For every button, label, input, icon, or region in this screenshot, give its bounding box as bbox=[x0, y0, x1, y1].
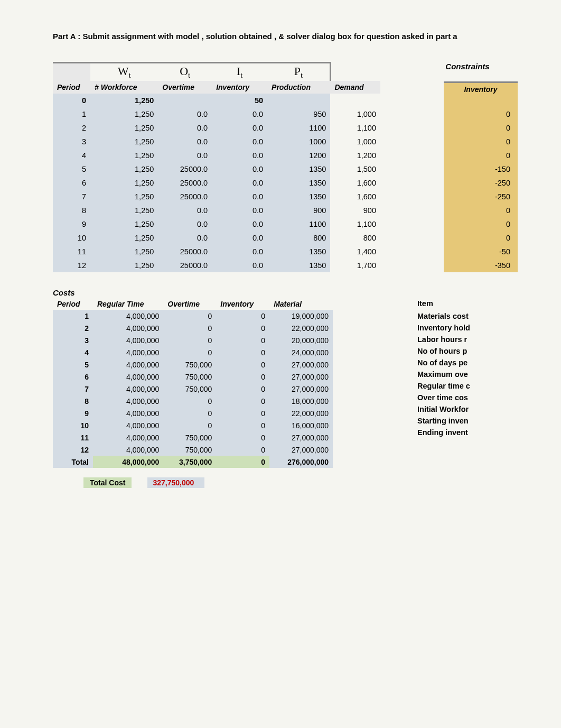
table-row: 114,000,000750,000027,000,000 bbox=[53, 431, 333, 444]
table-row: 41,2500.00.012001,200 bbox=[53, 149, 380, 162]
table-row: 74,000,000750,000027,000,000 bbox=[53, 383, 333, 395]
table-row: 14,000,0000019,000,000 bbox=[53, 310, 333, 322]
list-item: Over time cos bbox=[417, 392, 518, 403]
items-header: Item bbox=[417, 298, 518, 309]
table-row: 21,2500.00.011001,100 bbox=[53, 121, 380, 135]
table-row: 0 bbox=[444, 204, 518, 217]
table-row: 84,000,0000018,000,000 bbox=[53, 395, 333, 407]
table-row: 24,000,0000022,000,000 bbox=[53, 322, 333, 334]
table-row: 91,2500.00.011001,100 bbox=[53, 217, 380, 231]
list-item: No of days pe bbox=[417, 357, 518, 368]
table-row: 0 bbox=[444, 135, 518, 149]
costs-title: Costs bbox=[53, 288, 380, 297]
costs-table: Period Regular Time Overtime Inventory M… bbox=[53, 298, 333, 468]
table-row: -50 bbox=[444, 245, 518, 259]
table-row: 44,000,0000024,000,000 bbox=[53, 346, 333, 358]
col-period: Period bbox=[53, 81, 90, 94]
list-item: Ending invent bbox=[417, 427, 518, 438]
table-row: -250 bbox=[444, 176, 518, 190]
table-row: -250 bbox=[444, 190, 518, 204]
list-item: Initial Workfor bbox=[417, 403, 518, 415]
production-table: Wt Ot It Pt Period # Workforce Overtime … bbox=[53, 62, 380, 272]
table-row: 124,000,000750,000027,000,000 bbox=[53, 444, 333, 456]
list-item: Starting inven bbox=[417, 415, 518, 427]
ccol-period: Period bbox=[53, 298, 93, 310]
list-item: Materials cost bbox=[417, 310, 518, 322]
table-row: 94,000,0000022,000,000 bbox=[53, 407, 333, 419]
col-production: Production bbox=[267, 81, 330, 94]
table-row: 71,25025000.00.013501,600 bbox=[53, 190, 380, 204]
table-row: 31,2500.00.010001,000 bbox=[53, 135, 380, 149]
col-overtime: Overtime bbox=[158, 81, 212, 94]
table-row: 0 1,250 50 bbox=[53, 94, 380, 107]
table-row: 121,25025000.00.013501,700 bbox=[53, 259, 380, 272]
table-row: 111,25025000.00.013501,400 bbox=[53, 245, 380, 259]
list-item: Inventory hold bbox=[417, 322, 518, 334]
table-row: 34,000,0000020,000,000 bbox=[53, 334, 333, 346]
table-row: -150 bbox=[444, 162, 518, 176]
col-workforce: # Workforce bbox=[90, 81, 158, 94]
table-row: 0 bbox=[444, 217, 518, 231]
list-item: No of hours p bbox=[417, 345, 518, 357]
table-row: 81,2500.00.0900900 bbox=[53, 204, 380, 217]
ccol-inventory: Inventory bbox=[216, 298, 269, 310]
table-row: 54,000,000750,000027,000,000 bbox=[53, 358, 333, 371]
table-row: 61,25025000.00.013501,600 bbox=[53, 176, 380, 190]
total-cost-value: 327,750,000 bbox=[147, 477, 204, 488]
var-w: Wt bbox=[90, 63, 158, 81]
ccol-regular: Regular Time bbox=[93, 298, 163, 310]
items-list: Item Materials costInventory holdLabor h… bbox=[417, 298, 518, 438]
table-row: 0 bbox=[444, 121, 518, 135]
list-item: Regular time c bbox=[417, 380, 518, 392]
table-row: 64,000,000750,000027,000,000 bbox=[53, 371, 333, 383]
table-row: 101,2500.00.0800800 bbox=[53, 231, 380, 245]
table-row: 0 bbox=[444, 231, 518, 245]
constraints-title: Constraints bbox=[417, 62, 518, 71]
col-inventory: Inventory bbox=[212, 81, 267, 94]
var-o: Ot bbox=[158, 63, 212, 81]
table-row: 11,2500.00.09501,000 bbox=[53, 107, 380, 121]
table-row: -350 bbox=[444, 259, 518, 272]
cost-total-row: Total 48,000,000 3,750,000 0 276,000,000 bbox=[53, 456, 333, 468]
table-row: 104,000,0000016,000,000 bbox=[53, 419, 333, 431]
table-row: 0 bbox=[444, 107, 518, 121]
page-title: Part A : Submit assignment with model , … bbox=[53, 32, 561, 41]
total-cost-label: Total Cost bbox=[83, 477, 132, 488]
list-item: Labor hours r bbox=[417, 334, 518, 345]
table-row: 0 bbox=[444, 149, 518, 162]
col-demand: Demand bbox=[330, 81, 380, 94]
var-i: It bbox=[212, 63, 267, 81]
var-p: Pt bbox=[267, 63, 330, 81]
table-row: 51,25025000.00.013501,500 bbox=[53, 162, 380, 176]
constraints-table: Inventory 0000-150-250-250000-50-350 bbox=[444, 81, 518, 272]
list-item: Maximum ove bbox=[417, 368, 518, 380]
inventory-header: Inventory bbox=[444, 82, 518, 96]
ccol-overtime: Overtime bbox=[163, 298, 216, 310]
ccol-material: Material bbox=[269, 298, 333, 310]
